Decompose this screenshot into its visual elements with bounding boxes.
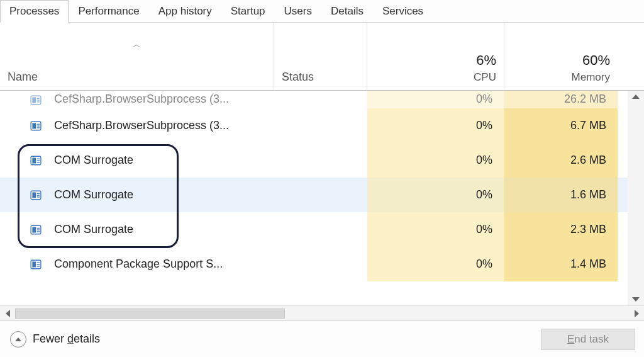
- process-memory-cell: 2.6 MB: [504, 143, 618, 178]
- process-name-cell: CefSharp.BrowserSubprocess (3...: [0, 91, 274, 108]
- svg-rect-7: [37, 123, 40, 124]
- tab-processes[interactable]: Processes: [0, 0, 69, 23]
- process-cpu-cell: 0%: [367, 247, 504, 281]
- col-header-name[interactable]: ︿ Name: [0, 23, 274, 90]
- table-row[interactable]: Component Package Support S...0%1.4 MB: [0, 247, 644, 281]
- svg-rect-12: [37, 158, 40, 159]
- scroll-right-icon[interactable]: [629, 306, 644, 321]
- tab-users[interactable]: Users: [275, 0, 321, 22]
- svg-rect-19: [37, 196, 40, 197]
- table-row[interactable]: CefSharp.BrowserSubprocess (3...0%26.2 M…: [0, 91, 644, 108]
- svg-rect-8: [37, 125, 40, 126]
- scroll-up-icon[interactable]: [632, 94, 640, 99]
- process-icon: [30, 94, 42, 106]
- chevron-up-icon: [10, 331, 26, 348]
- svg-rect-16: [32, 192, 36, 198]
- memory-usage-percent: 60%: [512, 52, 610, 69]
- end-task-button[interactable]: End task: [541, 329, 635, 350]
- svg-rect-26: [32, 261, 36, 267]
- process-status-cell: [274, 108, 367, 143]
- svg-rect-18: [37, 195, 40, 195]
- table-row[interactable]: CefSharp.BrowserSubprocess (3...0%6.7 MB: [0, 108, 644, 143]
- hscroll-thumb[interactable]: [15, 309, 285, 319]
- process-status-cell: [274, 212, 367, 247]
- col-header-cpu-label: CPU: [375, 71, 496, 84]
- process-icon: [30, 120, 42, 132]
- process-cpu-cell: 0%: [367, 178, 504, 212]
- column-headers: ︿ Name Status 6% CPU 60% Memory: [0, 23, 644, 91]
- svg-rect-9: [37, 127, 40, 128]
- svg-rect-3: [37, 99, 40, 100]
- process-icon: [30, 190, 42, 201]
- svg-rect-13: [37, 160, 40, 161]
- svg-rect-27: [37, 262, 40, 263]
- process-icon: [30, 259, 42, 270]
- cpu-usage-percent: 6%: [375, 52, 496, 69]
- svg-rect-1: [32, 98, 36, 103]
- process-memory-cell: 26.2 MB: [504, 91, 618, 108]
- process-memory-cell: 6.7 MB: [504, 108, 618, 143]
- process-name-cell: Component Package Support S...: [0, 247, 274, 281]
- sort-indicator-icon: ︿: [133, 39, 141, 50]
- tab-startup[interactable]: Startup: [221, 0, 275, 22]
- end-task-label: End task: [567, 333, 609, 346]
- process-name-label: CefSharp.BrowserSubprocess (3...: [54, 93, 229, 106]
- process-name-cell: COM Surrogate: [0, 212, 274, 247]
- hscroll-track[interactable]: [15, 307, 629, 320]
- process-name-label: COM Surrogate: [54, 154, 133, 167]
- process-status-cell: [274, 91, 367, 108]
- table-row[interactable]: COM Surrogate0%2.3 MB: [0, 212, 644, 247]
- process-name-cell: COM Surrogate: [0, 178, 274, 212]
- col-header-memory[interactable]: 60% Memory: [504, 23, 618, 90]
- process-name-label: COM Surrogate: [54, 223, 133, 236]
- tab-app-history[interactable]: App history: [149, 0, 221, 22]
- col-header-name-label: Name: [8, 71, 266, 84]
- process-status-cell: [274, 247, 367, 281]
- tabs-bar: Processes Performance App history Startu…: [0, 0, 644, 23]
- footer-bar: Fewer details End task: [0, 320, 644, 357]
- svg-rect-11: [32, 157, 36, 163]
- process-cpu-cell: 0%: [367, 91, 504, 108]
- vertical-scrollbar[interactable]: [628, 91, 644, 305]
- process-name-label: COM Surrogate: [54, 188, 133, 201]
- process-icon: [30, 155, 42, 166]
- process-list: CefSharp.BrowserSubprocess (3...0%26.2 M…: [0, 91, 644, 305]
- svg-rect-6: [32, 123, 36, 128]
- fewer-details-button[interactable]: Fewer details: [10, 331, 100, 348]
- svg-rect-28: [37, 264, 40, 264]
- svg-rect-24: [37, 231, 40, 232]
- horizontal-scrollbar[interactable]: [0, 305, 644, 320]
- process-memory-cell: 1.6 MB: [504, 178, 618, 212]
- scroll-down-icon[interactable]: [632, 297, 640, 302]
- svg-rect-17: [37, 193, 40, 193]
- process-cpu-cell: 0%: [367, 212, 504, 247]
- process-name-cell: COM Surrogate: [0, 143, 274, 178]
- tab-details[interactable]: Details: [321, 0, 373, 22]
- process-memory-cell: 2.3 MB: [504, 212, 618, 247]
- svg-rect-29: [37, 266, 40, 266]
- svg-rect-21: [32, 227, 36, 232]
- tab-performance[interactable]: Performance: [69, 0, 148, 22]
- svg-rect-4: [37, 101, 40, 102]
- process-status-cell: [274, 143, 367, 178]
- col-header-memory-label: Memory: [512, 71, 610, 84]
- svg-rect-22: [37, 227, 40, 228]
- table-row[interactable]: COM Surrogate0%2.6 MB: [0, 143, 644, 178]
- process-cpu-cell: 0%: [367, 143, 504, 178]
- process-status-cell: [274, 178, 367, 212]
- tab-services[interactable]: Services: [373, 0, 433, 22]
- process-name-label: Component Package Support S...: [54, 258, 223, 271]
- fewer-details-label: Fewer details: [33, 332, 100, 346]
- scroll-left-icon[interactable]: [0, 306, 15, 321]
- process-name-cell: CefSharp.BrowserSubprocess (3...: [0, 108, 274, 143]
- process-icon: [30, 224, 42, 235]
- col-header-status-label: Status: [282, 71, 359, 84]
- process-memory-cell: 1.4 MB: [504, 247, 618, 281]
- svg-rect-23: [37, 229, 40, 230]
- table-row[interactable]: COM Surrogate0%1.6 MB: [0, 178, 644, 212]
- col-header-status[interactable]: Status: [274, 23, 367, 90]
- process-name-label: CefSharp.BrowserSubprocess (3...: [54, 119, 229, 132]
- svg-rect-14: [37, 162, 40, 162]
- svg-rect-2: [37, 98, 40, 99]
- col-header-cpu[interactable]: 6% CPU: [367, 23, 504, 90]
